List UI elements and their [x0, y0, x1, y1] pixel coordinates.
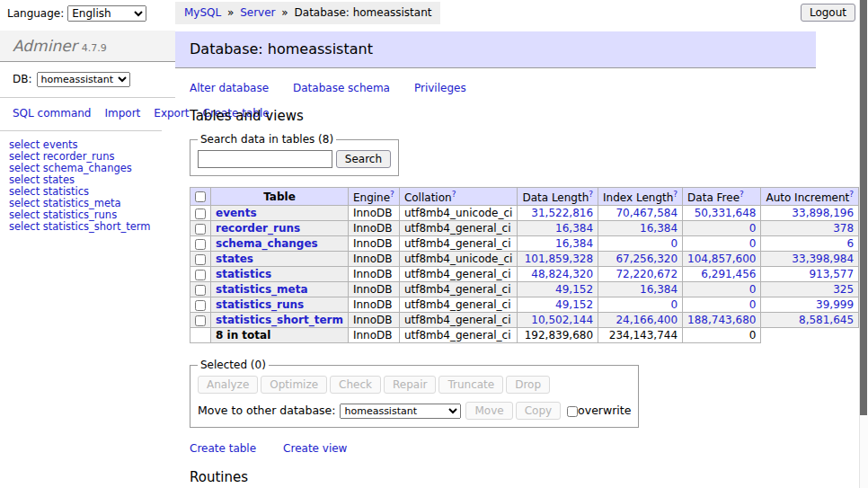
table-name-cell: statistics_runs [211, 297, 349, 313]
check-button[interactable]: Check [330, 376, 381, 394]
auto-increment-cell: 8,581,645 [761, 313, 859, 328]
engine-cell: InnoDB [348, 313, 399, 328]
row-checkbox-schema_changes[interactable] [195, 239, 206, 250]
table-link-statistics_meta[interactable]: statistics_meta [216, 283, 308, 296]
select-all-checkbox[interactable] [195, 191, 206, 202]
truncate-button[interactable]: Truncate [438, 376, 503, 394]
help-icon[interactable]: ? [673, 190, 678, 199]
header-table: Table [211, 188, 349, 206]
header-index-length: Index Length? [598, 188, 683, 206]
row-checkbox-cell [190, 267, 211, 282]
copy-button[interactable]: Copy [516, 402, 561, 420]
data-length-cell: 49,152 [518, 282, 598, 297]
sidebar-action-sql-command[interactable]: SQL command [13, 107, 91, 120]
move-row: Move to other database:homeassistantMove… [198, 402, 631, 420]
drop-button[interactable]: Drop [506, 376, 550, 394]
breadcrumb-current: Database: homeassistant [295, 6, 432, 19]
table-link-recorder_runs[interactable]: recorder_runs [216, 222, 300, 235]
data-length-cell: 48,824,320 [518, 267, 598, 282]
breadcrumb-separator: » [279, 6, 292, 19]
engine-cell: InnoDB [348, 221, 399, 236]
breadcrumb-link-server[interactable]: Server [240, 6, 275, 19]
data-length-cell: 31,522,816 [518, 206, 598, 221]
sidebar-select-statistics-short-term[interactable]: select statistics_short_term [9, 221, 175, 233]
index-length-cell: 16,384 [598, 282, 683, 297]
row-checkbox-cell [190, 236, 211, 252]
move-label: Move to other database: [198, 404, 335, 417]
vertical-scrollbar[interactable] [859, 0, 868, 488]
collation-cell: utf8mb4_general_ci [399, 221, 518, 236]
help-icon[interactable]: ? [390, 190, 394, 199]
total-empty-cell [190, 328, 211, 343]
optimize-button[interactable]: Optimize [261, 376, 327, 394]
row-checkbox-statistics_meta[interactable] [195, 285, 206, 296]
table-row-statistics: statisticsInnoDButf8mb4_general_ci48,824… [190, 267, 868, 282]
help-icon[interactable]: ? [589, 190, 593, 199]
collation-cell: utf8mb4_general_ci [399, 282, 518, 297]
language-select[interactable]: English [67, 5, 146, 22]
table-row-events: eventsInnoDButf8mb4_unicode_ci31,522,816… [190, 206, 868, 221]
help-icon[interactable]: ? [740, 190, 744, 199]
collation-cell: utf8mb4_unicode_ci [399, 206, 518, 221]
data-length-cell: 10,502,144 [518, 313, 598, 328]
tables-table: TableEngine?Collation?Data Length?Index … [190, 187, 868, 343]
table-name-cell: schema_changes [211, 236, 349, 252]
data-free-cell: 188,743,680 [683, 313, 761, 328]
help-icon[interactable]: ? [452, 190, 456, 199]
sidebar-action-import[interactable]: Import [104, 107, 140, 120]
alter-database-link[interactable]: Alter database [190, 82, 269, 94]
table-link-statistics[interactable]: statistics [216, 268, 271, 280]
repair-button[interactable]: Repair [384, 376, 436, 394]
table-link-states[interactable]: states [216, 253, 253, 265]
help-sup: ? [849, 189, 854, 199]
collation-cell: utf8mb4_general_ci [399, 297, 518, 313]
table-name-cell: states [211, 252, 349, 267]
move-db-select[interactable]: homeassistant [340, 404, 461, 419]
total-engine: InnoDB [348, 328, 399, 343]
database-schema-link[interactable]: Database schema [293, 82, 390, 94]
row-checkbox-cell [190, 252, 211, 267]
row-checkbox-states[interactable] [195, 254, 206, 265]
move-button[interactable]: Move [465, 402, 512, 420]
row-checkbox-statistics[interactable] [195, 270, 206, 280]
row-checkbox-events[interactable] [195, 209, 206, 219]
row-checkbox-statistics_runs[interactable] [195, 300, 206, 311]
adminer-name: Adminer [13, 37, 77, 55]
breadcrumb-link-mysql[interactable]: MySQL [184, 6, 221, 19]
help-icon[interactable]: ? [849, 190, 854, 199]
table-link-statistics_runs[interactable]: statistics_runs [216, 298, 304, 311]
data-free-cell: 0 [683, 297, 761, 313]
table-link-schema_changes[interactable]: schema_changes [216, 237, 318, 250]
table-link-statistics_short_term[interactable]: statistics_short_term [216, 314, 343, 326]
overwrite-checkbox[interactable] [567, 406, 578, 417]
selected-buttons-row: AnalyzeOptimizeCheckRepairTruncateDrop [198, 376, 631, 394]
auto-increment-cell: 325 [761, 282, 859, 297]
privileges-link[interactable]: Privileges [414, 82, 466, 94]
total-filler-cell [761, 328, 868, 343]
create-view-link[interactable]: Create view [283, 442, 347, 455]
table-name-cell: statistics_meta [211, 282, 349, 297]
table-link-events[interactable]: events [216, 207, 257, 219]
search-input[interactable] [198, 150, 332, 168]
create-table-link[interactable]: Create table [190, 442, 256, 455]
collation-cell: utf8mb4_general_ci [399, 267, 518, 282]
header-data-free: Data Free? [683, 188, 761, 206]
analyze-button[interactable]: Analyze [198, 376, 258, 394]
total-index-length: 234,143,744 [598, 328, 683, 343]
scrollbar-thumb[interactable] [860, 0, 867, 415]
breadcrumb: MySQL » Server » Database: homeassistant [175, 2, 440, 24]
table-row-statistics_meta: statistics_metaInnoDButf8mb4_general_ci4… [190, 282, 868, 297]
data-free-cell: 0 [683, 236, 761, 252]
db-select[interactable]: homeassistant [37, 72, 130, 87]
db-label: DB: [13, 73, 32, 85]
search-button[interactable]: Search [336, 150, 391, 168]
sidebar: Language:English Adminer4.7.9 DB:homeass… [0, 0, 175, 233]
total-collation: utf8mb4_general_ci [399, 328, 518, 343]
row-checkbox-recorder_runs[interactable] [195, 224, 206, 235]
row-checkbox-statistics_short_term[interactable] [195, 315, 206, 326]
table-name-cell: recorder_runs [211, 221, 349, 236]
header-data-length: Data Length? [518, 188, 598, 206]
engine-cell: InnoDB [348, 297, 399, 313]
table-name-cell: statistics [211, 267, 349, 282]
create-links: Create tableCreate view [190, 442, 816, 455]
